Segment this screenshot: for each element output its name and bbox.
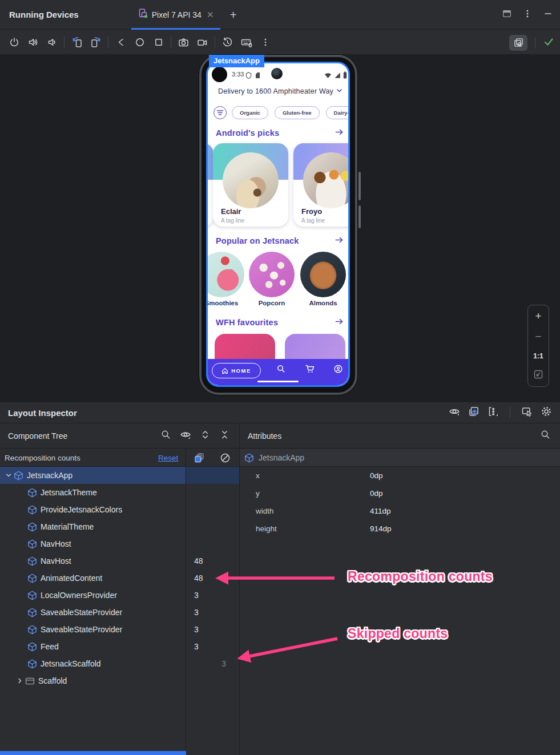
popular-item-label: Almonds bbox=[297, 300, 349, 306]
nav-cart-icon[interactable] bbox=[305, 364, 315, 376]
volume-up-button[interactable] bbox=[23, 34, 42, 51]
back-button[interactable] bbox=[111, 34, 130, 51]
tree-row[interactable]: AnimatedContent 48 bbox=[0, 570, 239, 587]
phone-screen[interactable]: 3:33 Delivery to 1600 Amphitheater Way O… bbox=[206, 62, 350, 387]
chip-gluten-free[interactable]: Gluten-free bbox=[275, 106, 320, 119]
chip-dairy-free[interactable]: Dairy-free bbox=[326, 106, 350, 119]
tree-row[interactable]: JetsnackScaffold 3 bbox=[0, 655, 239, 672]
export-snapshot-icon[interactable] bbox=[468, 406, 480, 419]
component-tree-panel: Recomposition counts Reset JetsnackApp J… bbox=[0, 449, 239, 755]
arrow-right-icon[interactable] bbox=[335, 317, 344, 329]
visibility-options-icon[interactable] bbox=[449, 406, 460, 419]
chevron-down-icon[interactable] bbox=[336, 86, 343, 96]
tree-horizontal-scrollbar[interactable] bbox=[0, 751, 186, 755]
smoothies-photo[interactable] bbox=[206, 252, 244, 297]
settings-gear-icon[interactable] bbox=[541, 406, 552, 419]
more-options-icon[interactable] bbox=[522, 9, 533, 21]
panel-divider[interactable] bbox=[239, 423, 240, 755]
device-tab[interactable]: Pixel 7 API 34 ✕ bbox=[131, 0, 221, 30]
search-icon[interactable] bbox=[540, 429, 551, 442]
hardware-input-button[interactable] bbox=[237, 34, 256, 51]
layout-inspector-toggle[interactable] bbox=[509, 35, 527, 51]
device-tab-label: Pixel 7 API 34 bbox=[152, 10, 202, 19]
device-restore-button[interactable] bbox=[218, 34, 237, 51]
nav-home-button[interactable]: HOME bbox=[212, 363, 261, 378]
rotate-right-button[interactable] bbox=[86, 34, 105, 51]
phone-power-button bbox=[358, 205, 361, 228]
compose-node-icon bbox=[27, 539, 37, 549]
toolbar-divider bbox=[510, 407, 510, 418]
arrow-right-icon[interactable] bbox=[335, 127, 344, 139]
tree-row-jetsnackapp[interactable]: JetsnackApp bbox=[0, 467, 239, 484]
almonds-photo[interactable] bbox=[300, 252, 346, 297]
minimize-icon[interactable] bbox=[543, 9, 553, 21]
clear-counts-icon[interactable] bbox=[219, 452, 231, 466]
overview-button[interactable] bbox=[149, 34, 168, 51]
arrow-right-icon[interactable] bbox=[335, 235, 344, 247]
device-mirror-icon bbox=[137, 8, 148, 21]
tree-node-label: AnimatedContent bbox=[41, 574, 102, 583]
tree-row[interactable]: ProvideJetsnackColors bbox=[0, 501, 239, 518]
zoom-in-button[interactable]: + bbox=[535, 310, 541, 321]
toolbar-more-options-icon[interactable] bbox=[256, 34, 275, 51]
power-button[interactable] bbox=[5, 34, 23, 51]
tree-visibility-icon[interactable] bbox=[180, 429, 191, 443]
window-tab-bar: Running Devices Pixel 7 API 34 ✕ + bbox=[0, 0, 560, 30]
device-display-area: JetsnackApp 3:33 Delivery to 1600 Amphit… bbox=[0, 55, 560, 402]
zoom-fit-button[interactable] bbox=[534, 370, 543, 381]
tree-node-label: MaterialTheme bbox=[41, 522, 94, 531]
recomposition-count: 3 bbox=[194, 608, 199, 617]
chevron-right-icon[interactable] bbox=[15, 677, 25, 684]
home-button[interactable] bbox=[130, 34, 149, 51]
collapse-all-icon[interactable] bbox=[219, 429, 230, 442]
reset-counts-link[interactable]: Reset bbox=[158, 454, 178, 462]
tree-node-label: JetsnackApp bbox=[27, 471, 72, 480]
expand-all-icon[interactable] bbox=[200, 429, 211, 442]
window-title: Running Devices bbox=[9, 10, 79, 19]
nav-profile-icon[interactable] bbox=[333, 364, 343, 376]
layout-inspector-title: Layout Inspector bbox=[8, 408, 77, 418]
rotate-left-button[interactable] bbox=[67, 34, 86, 51]
chevron-down-icon[interactable] bbox=[3, 472, 14, 479]
window-layout-icon[interactable] bbox=[502, 9, 512, 21]
volume-down-button[interactable] bbox=[42, 34, 61, 51]
sim-icon bbox=[255, 71, 260, 81]
tree-row[interactable]: SaveableStateProvider 3 bbox=[0, 621, 239, 638]
recomposition-count: 3 bbox=[194, 642, 199, 651]
chip-organic[interactable]: Organic bbox=[232, 106, 268, 119]
highlight-recompositions-icon[interactable] bbox=[193, 452, 205, 466]
tree-row[interactable]: NavHost bbox=[0, 535, 239, 552]
nav-search-icon[interactable] bbox=[276, 364, 286, 376]
view-options-icon[interactable] bbox=[488, 406, 499, 419]
popular-item-label: Smoothies bbox=[206, 300, 247, 306]
new-tab-button[interactable]: + bbox=[229, 8, 236, 22]
tree-node-label: ProvideJetsnackColors bbox=[41, 505, 122, 514]
screenshot-button[interactable] bbox=[174, 34, 193, 51]
delivery-address[interactable]: Delivery to 1600 Amphitheater Way bbox=[218, 87, 333, 95]
compose-node-icon bbox=[14, 471, 23, 481]
zoom-out-button[interactable]: − bbox=[535, 331, 541, 342]
attributes-component-name: JetsnackApp bbox=[259, 453, 304, 462]
home-indicator[interactable] bbox=[257, 381, 299, 383]
tree-row[interactable]: Scaffold bbox=[0, 672, 239, 689]
filter-icon[interactable] bbox=[213, 106, 227, 119]
tab-close-icon[interactable]: ✕ bbox=[206, 10, 215, 20]
tree-node-label: LocalOwnersProvider bbox=[41, 591, 117, 600]
tree-row[interactable]: NavHost 48 bbox=[0, 552, 239, 570]
toolbar-divider bbox=[64, 37, 65, 48]
tree-row[interactable]: Feed 3 bbox=[0, 638, 239, 655]
attributes-component-header[interactable]: JetsnackApp bbox=[240, 449, 560, 467]
tree-row[interactable]: MaterialTheme bbox=[0, 518, 239, 535]
pick-component-icon[interactable] bbox=[521, 406, 533, 419]
tree-row[interactable]: LocalOwnersProvider 3 bbox=[0, 587, 239, 604]
compose-node-icon bbox=[244, 453, 254, 463]
popcorn-photo[interactable] bbox=[249, 252, 295, 297]
zoom-actual-size-button[interactable]: 1:1 bbox=[533, 352, 543, 360]
battery-icon bbox=[343, 71, 347, 81]
screen-record-button[interactable] bbox=[193, 34, 212, 51]
tree-row[interactable]: JetsnackTheme bbox=[0, 484, 239, 501]
snack-card-froyo[interactable]: Froyo A tag line bbox=[293, 143, 350, 227]
tree-row[interactable]: SaveableStateProvider 3 bbox=[0, 604, 239, 621]
search-icon[interactable] bbox=[160, 429, 171, 442]
snack-card-eclair[interactable]: Eclair A tag line bbox=[213, 143, 288, 227]
